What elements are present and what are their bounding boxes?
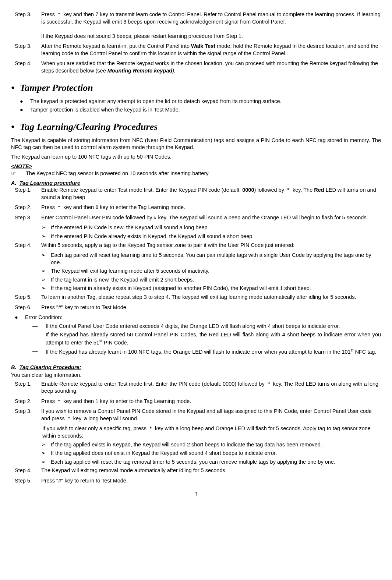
clearB-step-1: Step 1. Enable Remote keypad to enter Te… (15, 381, 381, 395)
learnA-step3-sub2: ➢If the entered PIN Code already exists … (41, 233, 381, 240)
clearB-step3-sub3: ➢Each tag applied will reset the tag rem… (41, 459, 381, 466)
arrow-icon: ➢ (41, 224, 51, 231)
learnA-step-6: Step 6. Press "#" key to return to Test … (15, 304, 381, 311)
heading-tamper-protection: ● Tamper Protection (11, 81, 381, 94)
tamper-bullet-1: ● The keypad is protected against any at… (20, 98, 381, 105)
page-number: 3 (11, 490, 381, 498)
learnA-step4-sub1: ➢Each tag paired will reset tag learning… (41, 252, 381, 266)
step-4-mount: Step 4. When you are satisfied that the … (15, 60, 381, 74)
learnA-step-4: Step 4. Within 5 seconds, apply a tag to… (15, 242, 381, 249)
arrow-icon: ➢ (41, 459, 51, 466)
step-label: Step 3. (15, 43, 41, 57)
step-3-walk-test: Step 3. After the Remote keypad is learn… (15, 43, 381, 57)
dash-icon: — (32, 331, 46, 346)
error-2: —If the Keypad has already stored 50 Con… (32, 331, 381, 346)
clearB-intro: You can clear tag information. (11, 372, 381, 379)
arrow-icon: ➢ (41, 441, 51, 449)
step-text: Press ＊ key and then 7 key to transmit l… (41, 11, 381, 40)
tag-intro-p1: The Keypad is capable of storing informa… (11, 137, 381, 151)
bullet-icon: ● (11, 84, 15, 92)
clearB-step-3-p2: If you wish to clear only a specific tag… (42, 425, 381, 439)
step-label: Step 3. (15, 11, 41, 40)
learnA-step4-sub2: ➢The Keypad will exit tag learning mode … (41, 268, 381, 275)
bullet-icon: ● (15, 314, 25, 321)
learnA-step-1: Step 1. Enable Remote keypad to enter Te… (15, 187, 381, 201)
section-a-heading: A. Tag Learning procedure (11, 180, 381, 187)
step-3-transmit: Step 3. Press ＊ key and then 7 key to tr… (15, 11, 381, 40)
note-heading: <NOTE> (11, 163, 381, 170)
dash-icon: — (32, 348, 46, 356)
error-condition-heading: ● Error Condition: (15, 314, 381, 321)
clearB-step-3: Step 3. If you wish to remove a Control … (15, 408, 381, 422)
step-text: After the Remote keypad is learnt-in, pu… (41, 43, 381, 57)
arrow-icon: ➢ (41, 252, 51, 266)
pointing-hand-icon: ☞ (11, 170, 26, 177)
heading-tag-procedures: ● Tag Learning/Clearing Procedures (11, 120, 381, 133)
step-text: When you are satisfied that the Remote k… (41, 60, 381, 74)
learnA-step3-sub1: ➢If the entered PIN Code is new, the Key… (41, 224, 381, 231)
clearB-step3-sub1: ➢If the tag applied exists in Keypad, th… (41, 441, 381, 449)
clearB-step-5: Step 5. Press "#" key to return to Test … (15, 477, 381, 485)
error-3: —If the Keypad has already learnt in 100… (32, 348, 381, 356)
arrow-icon: ➢ (41, 276, 51, 284)
learnA-step-2: Step 2. Press ＊ key and then 1 key to en… (15, 204, 381, 211)
learnA-step-5: Step 5. To learn in another Tag, please … (15, 294, 381, 301)
clearB-step3-sub2: ➢If the tag applied does not exist in Ke… (41, 450, 381, 457)
step-label: Step 4. (15, 60, 41, 74)
bullet-icon: ● (20, 98, 30, 105)
learnA-step4-sub4: ➢If the tag learnt in already exists in … (41, 285, 381, 292)
bullet-icon: ● (11, 123, 15, 131)
tamper-bullet-2: ● Tamper protection is disabled when the… (20, 106, 381, 114)
arrow-icon: ➢ (41, 268, 51, 275)
arrow-icon: ➢ (41, 450, 51, 457)
dash-icon: — (32, 323, 46, 330)
clearB-step-4: Step 4. The Keypad will exit tag removal… (15, 467, 381, 474)
learnA-step4-sub3: ➢If the tag learnt in is new, the Keypad… (41, 276, 381, 284)
note-item: ☞ The Keypad NFC tag sensor is powered o… (11, 170, 381, 177)
arrow-icon: ➢ (41, 285, 51, 292)
clearB-step-2: Step 2. Press ＊ key and then 1 key to en… (15, 398, 381, 405)
tag-intro-p2: The Keypad can learn up to 100 NFC tags … (11, 153, 381, 161)
bullet-icon: ● (20, 106, 30, 114)
error-1: —If the Control Panel User Code entered … (32, 323, 381, 330)
arrow-icon: ➢ (41, 233, 51, 240)
section-b-heading: B. Tag Clearing Procedure: (11, 364, 381, 371)
learnA-step-3: Step 3. Enter Control Panel User PIN cod… (15, 214, 381, 222)
